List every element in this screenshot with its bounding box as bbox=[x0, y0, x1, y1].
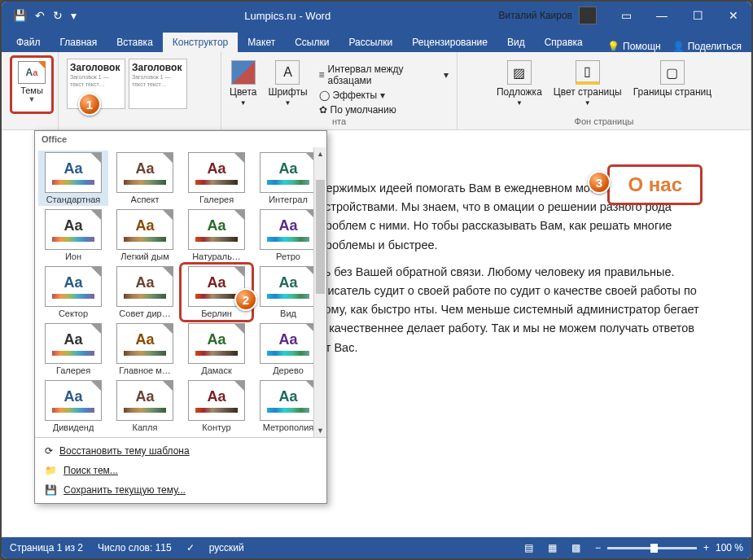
tab-mailings[interactable]: Рассылки bbox=[339, 33, 402, 52]
page-borders-button[interactable]: ▢Границы страниц bbox=[633, 60, 711, 98]
paragraph-spacing-button[interactable]: ≡ Интервал между абзацами ▾ bbox=[319, 63, 449, 86]
user-name: Виталий Каиров bbox=[498, 10, 572, 21]
theme-label: Главное м… bbox=[119, 365, 171, 375]
theme-label: Метрополия bbox=[263, 422, 314, 432]
zoom-control[interactable]: − + 100 % bbox=[595, 542, 743, 553]
tab-view[interactable]: Вид bbox=[497, 33, 535, 52]
theme-tile-стандартная[interactable]: AaСтандартная bbox=[38, 151, 108, 206]
avatar[interactable] bbox=[579, 7, 597, 24]
zoom-level[interactable]: 100 % bbox=[716, 542, 743, 553]
maximize-button[interactable]: ☐ bbox=[680, 2, 716, 29]
set-default-button[interactable]: ✿ По умолчанию bbox=[319, 104, 449, 116]
proofing-icon[interactable]: ✓ bbox=[186, 542, 195, 553]
view-print-icon[interactable]: ▦ bbox=[548, 542, 557, 553]
theme-tile-галерея[interactable]: AaГалерея bbox=[38, 322, 108, 377]
theme-label: Сектор bbox=[59, 308, 88, 318]
theme-preview: Aa bbox=[45, 209, 102, 250]
tab-layout[interactable]: Макет bbox=[238, 33, 285, 52]
word-count[interactable]: Число слов: 115 bbox=[98, 542, 172, 553]
fonts-button[interactable]: AШрифты▼ bbox=[268, 60, 307, 107]
effects-button[interactable]: ◯ Эффекты ▾ bbox=[319, 90, 449, 101]
qat-customize-icon[interactable]: ▾ bbox=[71, 9, 77, 22]
theme-tile-совет-дир-[interactable]: AaСовет дир… bbox=[110, 265, 180, 320]
theme-tile-главное-м-[interactable]: AaГлавное м… bbox=[110, 322, 180, 377]
callout-badge-3: 3 bbox=[588, 171, 611, 194]
ribbon-tabs: Файл Главная Вставка Конструктор Макет С… bbox=[2, 29, 751, 52]
page-color-button[interactable]: ▯Цвет страницы▼ bbox=[554, 60, 622, 107]
zoom-slider[interactable] bbox=[607, 547, 697, 549]
callout-badge-2: 2 bbox=[234, 288, 257, 311]
theme-label: Совет дир… bbox=[119, 308, 170, 318]
redo-icon[interactable]: ↻ bbox=[53, 9, 63, 22]
tell-me[interactable]: 💡 Помощн bbox=[607, 41, 661, 52]
user-area[interactable]: Виталий Каиров bbox=[498, 7, 597, 24]
minimize-button[interactable]: — bbox=[644, 2, 680, 29]
reset-theme-button[interactable]: ⟳Восстановить тему шаблона bbox=[35, 441, 326, 461]
titlebar: 💾 ↶ ↻ ▾ Lumpics.ru - Word Виталий Каиров… bbox=[2, 2, 751, 29]
zoom-in-icon[interactable]: + bbox=[703, 542, 709, 553]
themes-icon: Aa bbox=[18, 61, 46, 84]
page-borders-icon: ▢ bbox=[660, 60, 685, 85]
theme-preview: Aa bbox=[188, 209, 245, 250]
theme-tile-натураль-[interactable]: AaНатураль… bbox=[182, 208, 252, 263]
theme-tile-капля[interactable]: AaКапля bbox=[110, 378, 180, 434]
group-label-formatting: нта bbox=[230, 116, 449, 126]
zoom-out-icon[interactable]: − bbox=[595, 542, 601, 553]
quick-access-toolbar: 💾 ↶ ↻ ▾ bbox=[2, 9, 77, 22]
tab-references[interactable]: Ссылки bbox=[285, 33, 339, 52]
theme-tile-легкий-дым[interactable]: AaЛегкий дым bbox=[110, 208, 180, 263]
scrollbar-thumb[interactable] bbox=[316, 180, 325, 294]
scrollbar[interactable]: ▲ ▼ bbox=[313, 147, 326, 437]
tab-design[interactable]: Конструктор bbox=[163, 33, 238, 52]
ribbon: Aa Темы ▼ ЗаголовокЗаголовок 1 — текст т… bbox=[2, 52, 751, 130]
theme-preview: Aa bbox=[188, 323, 245, 364]
theme-tile-ион[interactable]: AaИон bbox=[38, 208, 108, 263]
watermark-button[interactable]: ▨Подложка▼ bbox=[497, 60, 542, 107]
page-indicator[interactable]: Страница 1 из 2 bbox=[10, 542, 83, 553]
colors-button[interactable]: Цвета▼ bbox=[230, 60, 256, 107]
theme-tile-галерея[interactable]: AaГалерея bbox=[182, 151, 252, 206]
theme-preview: Aa bbox=[116, 209, 173, 250]
tab-file[interactable]: Файл bbox=[7, 33, 50, 52]
language-indicator[interactable]: русский bbox=[209, 542, 244, 553]
theme-preview: Aa bbox=[260, 209, 317, 250]
view-read-icon[interactable]: ▤ bbox=[524, 542, 533, 553]
fonts-icon: A bbox=[275, 60, 300, 85]
tab-help[interactable]: Справка bbox=[535, 33, 593, 52]
theme-label: Ретро bbox=[276, 252, 300, 261]
theme-tile-аспект[interactable]: AaАспект bbox=[110, 151, 180, 206]
close-button[interactable]: ✕ bbox=[716, 2, 751, 29]
ribbon-options-icon[interactable]: ▭ bbox=[608, 2, 644, 29]
scroll-down-icon[interactable]: ▼ bbox=[314, 424, 326, 437]
themes-grid: AaСтандартнаяAaАспектAaГалереяAaИнтеграл… bbox=[35, 147, 326, 437]
theme-tile-сектор[interactable]: AaСектор bbox=[38, 265, 108, 320]
save-icon[interactable]: 💾 bbox=[13, 9, 27, 22]
style-thumb-2[interactable]: ЗаголовокЗаголовок 1 — текст текст… bbox=[129, 59, 187, 109]
group-label-background: Фон страницы bbox=[466, 116, 742, 126]
undo-icon[interactable]: ↶ bbox=[35, 9, 45, 22]
scroll-up-icon[interactable]: ▲ bbox=[314, 147, 326, 160]
tab-review[interactable]: Рецензирование bbox=[402, 33, 497, 52]
heading-callout: О нас bbox=[607, 164, 703, 205]
tab-home[interactable]: Главная bbox=[50, 33, 107, 52]
reset-icon: ⟳ bbox=[45, 445, 53, 457]
tab-insert[interactable]: Вставка bbox=[107, 33, 163, 52]
theme-label: Галерея bbox=[56, 365, 90, 375]
theme-preview: Aa bbox=[45, 266, 102, 307]
save-theme-button[interactable]: 💾Сохранить текущую тему... bbox=[35, 480, 326, 500]
document-paragraph-2: ть без Вашей обратной связи. Любому чело… bbox=[319, 263, 706, 357]
view-web-icon[interactable]: ▩ bbox=[571, 542, 580, 553]
themes-button[interactable]: Aa Темы ▼ bbox=[10, 55, 54, 114]
search-themes-button[interactable]: 📁Поиск тем... bbox=[35, 461, 326, 480]
theme-tile-дамаск[interactable]: AaДамаск bbox=[182, 322, 252, 377]
theme-label: Дерево bbox=[273, 365, 304, 375]
document-heading: О нас bbox=[628, 173, 682, 195]
theme-label: Галерея bbox=[199, 195, 234, 204]
share-button[interactable]: 👤 Поделиться bbox=[672, 41, 742, 52]
theme-label: Берлин bbox=[201, 308, 232, 318]
theme-preview: Aa bbox=[116, 152, 173, 193]
themes-section-label: Office bbox=[35, 131, 326, 147]
page-color-icon: ▯ bbox=[576, 60, 600, 85]
theme-tile-дивиденд[interactable]: AaДивиденд bbox=[38, 378, 108, 434]
theme-tile-контур[interactable]: AaКонтур bbox=[182, 378, 252, 434]
